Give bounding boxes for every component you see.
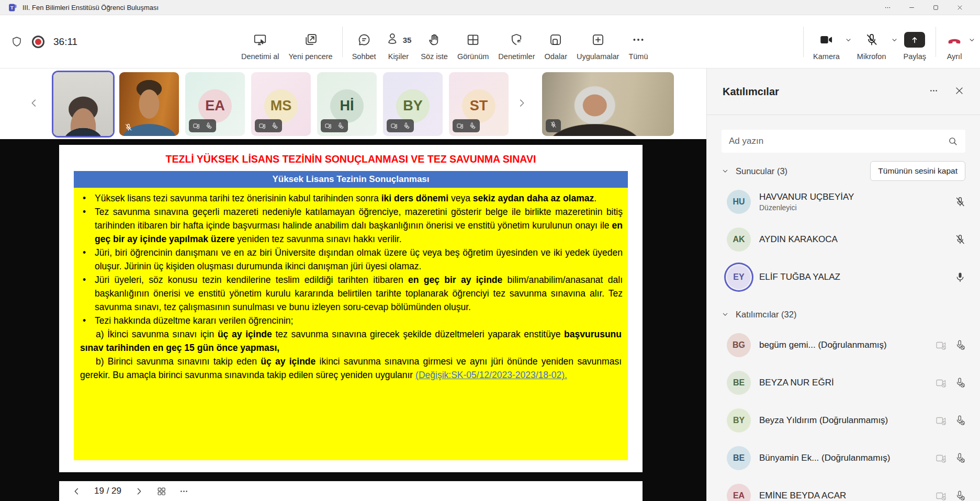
mic-muted-icon[interactable] (954, 233, 966, 246)
cam-disabled-icon[interactable] (935, 489, 948, 501)
toolbar-button-gorunum[interactable]: Görünüm (453, 22, 493, 61)
mic-disabled-icon[interactable] (954, 414, 966, 427)
window-minimize-icon[interactable] (899, 0, 923, 15)
slide-text: Yüksek lisans tezi savunma tarihi tez ön… (95, 193, 381, 203)
video-tile-active-speaker[interactable] (53, 72, 113, 136)
participant-tile-st[interactable]: ST (449, 72, 509, 136)
popout-icon (303, 31, 318, 48)
panel-more-options-icon[interactable] (929, 86, 939, 98)
panel-divider (707, 115, 980, 115)
video-tile-presenter[interactable] (542, 72, 674, 136)
participant-row[interactable]: BGbegüm gemi... (Doğrulanmamış) (707, 326, 980, 364)
security-shield-icon[interactable] (10, 36, 23, 48)
participant-row[interactable]: EAEMİNE BEYDA ACAR (707, 477, 980, 501)
mic-off-icon (549, 121, 557, 131)
next-slide-button[interactable] (134, 486, 144, 496)
tile-status-badge (255, 119, 282, 132)
participant-tile-by[interactable]: BY (383, 72, 443, 136)
tile-status-badge (453, 119, 480, 132)
bullet-marker: • (83, 205, 86, 219)
camera-off-icon (193, 122, 200, 130)
slide-regulation-link[interactable]: (Değişik:SK-05/12/2023-2023/18-02). (415, 370, 567, 380)
mic-disabled-icon[interactable] (954, 452, 966, 464)
participant-row[interactable]: BYBeyza Yıldırım (Doğrulanmamış) (707, 402, 980, 439)
mute-all-button[interactable]: Tümünün sesini kapat (870, 161, 965, 181)
slide-text: Jüri üyeleri, söz konusu tezin kendileri… (95, 275, 408, 285)
toolbar-button-ayril[interactable]: Ayrıl (941, 22, 968, 61)
video-tile-camera[interactable] (119, 72, 179, 136)
slide-bullet-item: •Yüksek lisans tezi savunma tarihi tez ö… (79, 191, 623, 205)
previous-slide-button[interactable] (72, 486, 82, 496)
window-title: III. Fen Bilimleri Enstitüsü Öğrenci Bul… (22, 4, 159, 12)
section-presenters[interactable]: Sunucular (3) Tümünün sesini kapat (722, 159, 965, 183)
participant-row[interactable]: EYELİF TUĞBA YALAZ (707, 258, 980, 296)
tile-status-badge (387, 119, 414, 132)
svg-text:T: T (10, 5, 14, 10)
slide-paragraph: a) İkinci savunma sınavı için üç ay için… (79, 327, 623, 355)
participant-row[interactable]: BEBEYZA NUR EĞRİ (707, 364, 980, 402)
toolbar-button-sohbet[interactable]: Sohbet (347, 22, 381, 61)
participant-count-badge: 35 (403, 36, 412, 44)
panel-close-icon[interactable] (954, 86, 964, 98)
grid-view-icon[interactable] (156, 486, 166, 496)
participant-filmstrip: EAMSHİBYST (0, 69, 706, 139)
toolbar-button-odalar[interactable]: Odalar (539, 22, 572, 61)
toolbar-button-paylas[interactable]: Paylaş (898, 22, 931, 61)
participant-tile-hi̇[interactable]: Hİ (317, 72, 377, 136)
window-close-icon[interactable] (948, 0, 972, 15)
slide-text: a) İkinci savunma sınavı için (96, 329, 218, 339)
search-icon (948, 136, 958, 146)
chevron-down-icon (722, 167, 729, 175)
search-input[interactable] (729, 136, 948, 146)
mic-off-icon (205, 122, 212, 130)
mic-disabled-icon[interactable] (954, 489, 966, 501)
filmstrip-next-button[interactable] (509, 74, 535, 134)
mic-muted-icon[interactable] (954, 196, 966, 208)
avatar: EA (727, 484, 751, 501)
bullet-marker: • (83, 273, 86, 287)
participant-row[interactable]: HUHAVVANUR UÇBEYİAYDüzenleyici (707, 183, 980, 221)
participant-name: HAVVANUR UÇBEYİAY (759, 192, 854, 202)
toolbar-button-soz-iste[interactable]: Söz iste (416, 22, 453, 61)
search-box (722, 130, 965, 153)
cam-disabled-icon[interactable] (935, 452, 948, 464)
filmstrip-prev-button[interactable] (21, 74, 47, 134)
section-attendees[interactable]: Katılımcılar (32) (722, 302, 965, 326)
participant-row[interactable]: AKAYDIN KARAKOCA (707, 221, 980, 258)
participant-tile-ms[interactable]: MS (251, 72, 311, 136)
mic-live-icon[interactable] (954, 271, 966, 283)
toolbar-button-uygulamalar[interactable]: Uygulamalar (572, 22, 624, 61)
view-grid-icon (466, 31, 480, 48)
participants-panel: Katılımcılar Sunucular (3) Tümünün sesin… (706, 69, 980, 501)
toolbar-button-tumu[interactable]: Tümü (624, 22, 652, 61)
meeting-timer: 36:11 (53, 36, 77, 48)
more-options-icon[interactable] (179, 486, 189, 496)
mic-disabled-icon[interactable] (954, 377, 966, 389)
people-icon (386, 31, 400, 48)
participant-tile-ea[interactable]: EA (185, 72, 245, 136)
window-maximize-icon[interactable] (923, 0, 948, 15)
slide-paragraph: b) Birinci savunma sınavını takip eden ü… (79, 355, 623, 382)
toolbar-button-denetimler[interactable]: Denetimler (493, 22, 539, 61)
section-label: Katılımcılar (32) (736, 310, 796, 320)
chat-icon (357, 31, 371, 48)
mic-options-chevron-icon[interactable] (891, 22, 898, 44)
leave-options-chevron-icon[interactable] (968, 22, 976, 44)
camera-options-chevron-icon[interactable] (844, 22, 852, 44)
window-more-icon[interactable] (875, 0, 899, 15)
avatar: HU (727, 190, 751, 214)
toolbar-button-kisiler[interactable]: 35 Kişiler (381, 22, 416, 61)
mic-disabled-icon[interactable] (954, 339, 966, 351)
toolbar-button-kamera[interactable]: Kamera (808, 22, 844, 61)
cam-disabled-icon[interactable] (935, 414, 948, 427)
slide-section-header: Yüksek Lisans Tezinin Sonuçlanması (74, 171, 628, 188)
toolbar-button-denetimi-al[interactable]: Denetimi al (236, 22, 284, 61)
toolbar-button-yeni-pencere[interactable]: Yeni pencere (284, 22, 337, 61)
toolbar-button-mikrofon[interactable]: Mikrofon (852, 22, 891, 61)
toolbar-buttons: Denetimi al Yeni pencere Sohbet 35 Kişil… (236, 22, 980, 61)
cam-disabled-icon[interactable] (935, 339, 948, 351)
teams-logo-icon: T (8, 3, 17, 12)
participant-row[interactable]: BEBünyamin Ek... (Doğrulanmamış) (707, 439, 980, 477)
cam-disabled-icon[interactable] (935, 377, 948, 389)
chevron-down-icon (722, 311, 729, 318)
